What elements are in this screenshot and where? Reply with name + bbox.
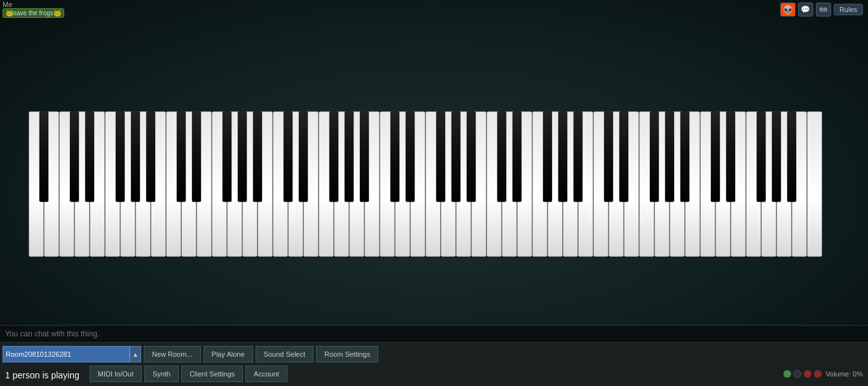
piano-container: // Draw piano keys via JS after SVG is i… <box>29 111 822 258</box>
svg-rect-64 <box>284 111 293 202</box>
svg-rect-55 <box>85 111 94 202</box>
svg-rect-59 <box>177 111 186 202</box>
svg-rect-85 <box>726 111 735 202</box>
chat-icon[interactable]: 💬 <box>798 3 813 17</box>
bb-icon[interactable]: BB <box>816 3 831 17</box>
svg-rect-71 <box>436 111 445 202</box>
new-room-button[interactable]: New Room... <box>144 346 201 362</box>
svg-rect-58 <box>146 111 155 202</box>
svg-rect-72 <box>451 111 460 202</box>
svg-rect-88 <box>787 111 796 202</box>
svg-rect-66 <box>329 111 338 202</box>
room-scroll-button[interactable]: ▲ <box>130 346 141 362</box>
svg-rect-79 <box>604 111 613 202</box>
count-number: 1 <box>5 370 10 380</box>
svg-rect-84 <box>711 111 720 202</box>
svg-rect-62 <box>238 111 247 202</box>
svg-rect-81 <box>650 111 659 202</box>
bottom-panel: ▲ New Room... Play Alone Sound Select Ro… <box>0 338 868 386</box>
user-badge: 🐸save the frogs🐸 <box>3 8 64 18</box>
svg-rect-57 <box>131 111 140 202</box>
svg-rect-82 <box>665 111 674 202</box>
volume-slider <box>783 370 822 378</box>
svg-rect-77 <box>558 111 567 202</box>
midi-inout-button[interactable]: MIDI In/Out <box>90 366 142 382</box>
svg-rect-56 <box>116 111 125 202</box>
svg-rect-52 <box>808 112 822 257</box>
svg-rect-61 <box>223 111 231 202</box>
svg-rect-67 <box>345 111 354 202</box>
volume-dot-2[interactable] <box>794 370 801 378</box>
bottom-buttons-row: ▲ New Room... Play Alone Sound Select Ro… <box>0 345 868 364</box>
room-settings-button[interactable]: Room Settings <box>316 346 378 362</box>
top-right-icons: 👽 💬 BB Rules <box>780 3 863 17</box>
account-button[interactable]: Account <box>245 366 287 382</box>
client-settings-button[interactable]: Client Settings <box>181 366 243 382</box>
rules-button[interactable]: Rules <box>834 4 863 15</box>
svg-rect-74 <box>497 111 506 202</box>
svg-rect-65 <box>299 111 308 202</box>
user-info: Me 🐸save the frogs🐸 <box>3 1 64 18</box>
room-selector: ▲ <box>3 346 141 362</box>
svg-rect-54 <box>70 111 79 202</box>
svg-rect-76 <box>543 111 552 202</box>
volume-dot-1[interactable] <box>783 370 791 378</box>
synth-button[interactable]: Synth <box>144 366 179 382</box>
svg-rect-75 <box>513 111 521 202</box>
piano-svg[interactable]: // Draw piano keys via JS after SVG is i… <box>29 111 822 258</box>
room-name-input[interactable] <box>3 346 130 362</box>
svg-rect-73 <box>467 111 476 202</box>
svg-rect-69 <box>390 111 399 202</box>
player-count: 1 person is playing <box>5 367 79 382</box>
volume-label: Volume: 0% <box>825 370 863 378</box>
volume-dot-3[interactable] <box>804 370 811 378</box>
sound-select-button[interactable]: Sound Select <box>256 346 313 362</box>
svg-rect-70 <box>406 111 415 202</box>
reddit-icon[interactable]: 👽 <box>780 3 796 17</box>
chat-input[interactable] <box>3 328 865 340</box>
count-label: person is playing <box>10 370 79 380</box>
svg-rect-53 <box>39 111 48 202</box>
play-alone-button[interactable]: Play Alone <box>203 346 253 362</box>
chat-bar <box>0 325 868 343</box>
volume-area: Volume: 0% <box>783 370 863 378</box>
svg-rect-83 <box>680 111 689 202</box>
svg-rect-60 <box>192 111 201 202</box>
svg-rect-63 <box>253 111 262 202</box>
svg-rect-86 <box>757 111 766 202</box>
second-row: 1 person is playing MIDI In/Out Synth Cl… <box>0 365 868 383</box>
volume-dot-4[interactable] <box>814 370 822 378</box>
svg-rect-87 <box>772 111 781 202</box>
svg-rect-78 <box>574 111 582 202</box>
username-label: Me <box>3 1 64 8</box>
top-bar: Me 🐸save the frogs🐸 👽 💬 BB Rules <box>0 0 868 18</box>
svg-rect-68 <box>360 111 369 202</box>
svg-rect-80 <box>619 111 628 202</box>
